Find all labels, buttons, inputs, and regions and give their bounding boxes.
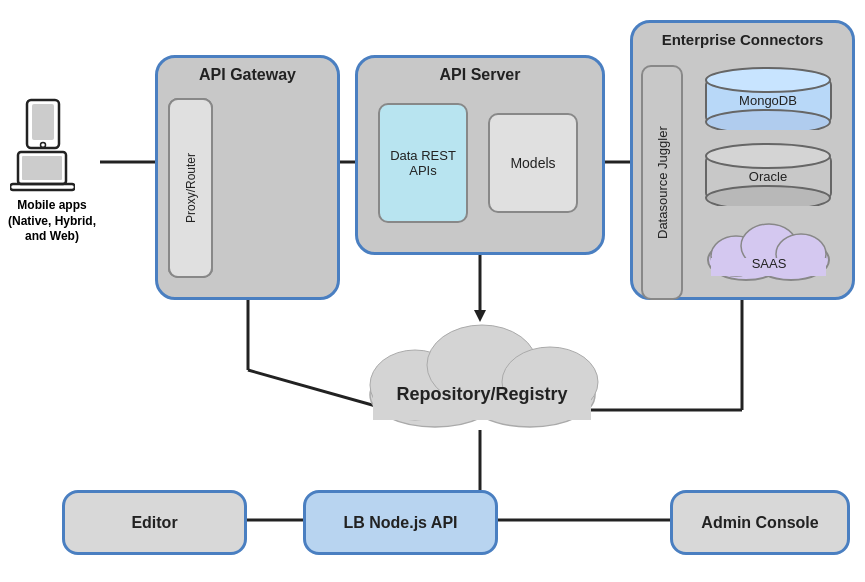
models-component: Models [488,113,578,213]
api-gateway-label: API Gateway [158,66,337,84]
svg-point-23 [706,144,830,168]
api-server-label: API Server [358,66,602,84]
phone-icon [22,98,64,157]
saas-component: SAAS [701,218,836,283]
datasource-juggler: Datasource Juggler [641,65,683,300]
enterprise-connectors-container: Enterprise Connectors Datasource Juggler… [630,20,855,300]
svg-point-24 [706,186,830,206]
lb-node-box: LB Node.js API [303,490,498,555]
editor-box: Editor [62,490,247,555]
enterprise-connectors-label: Enterprise Connectors [633,31,852,48]
svg-rect-16 [22,156,62,180]
mongodb-component: MongoDB [701,65,836,130]
mobile-apps-label: Mobile apps (Native, Hybrid, and Web) [2,198,102,245]
api-gateway-container: API Gateway oAuth 2.0 Mediation Proxy/Ro… [155,55,340,300]
svg-point-20 [706,110,830,130]
svg-rect-13 [32,104,54,140]
laptop-icon [10,150,75,199]
svg-text:Repository/Registry: Repository/Registry [396,384,567,404]
proxy-router-component: Proxy/Router [168,98,213,278]
svg-rect-17 [10,184,75,190]
data-rest-component: Data REST APIs [378,103,468,223]
oracle-component: Oracle [701,141,836,206]
svg-point-14 [41,143,46,148]
svg-point-19 [706,68,830,92]
api-server-container: API Server Data REST APIs Models [355,55,605,255]
svg-text:Oracle: Oracle [749,169,787,184]
repository-cloud: Repository/Registry [355,310,610,430]
diagram: Mobile apps (Native, Hybrid, and Web) AP… [0,0,865,582]
admin-console-box: Admin Console [670,490,850,555]
svg-text:MongoDB: MongoDB [739,93,797,108]
svg-text:SAAS: SAAS [752,256,787,271]
